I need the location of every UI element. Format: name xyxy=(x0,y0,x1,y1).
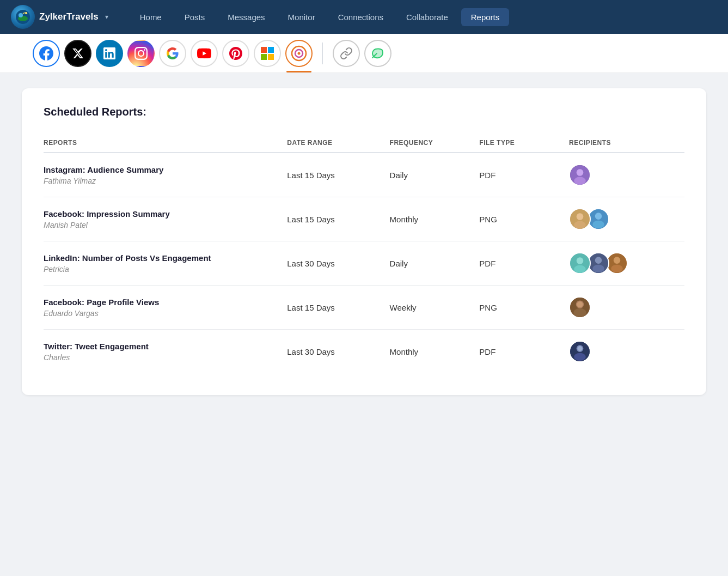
report-cell-2: Facebook: Impression Summary Manish Pate… xyxy=(44,197,287,241)
report-owner-2: Manish Patel xyxy=(44,221,278,229)
svg-point-9 xyxy=(574,177,586,185)
brand-name: ZylkerTravels xyxy=(39,11,99,22)
main-content: Scheduled Reports: REPORTS DATE RANGE FR… xyxy=(0,73,728,410)
social-google[interactable] xyxy=(159,40,186,67)
navbar: ZylkerTravels ▾ Home Posts Messages Moni… xyxy=(0,0,728,34)
social-facebook[interactable] xyxy=(33,40,60,67)
nav-home[interactable]: Home xyxy=(130,8,172,26)
svg-point-27 xyxy=(573,308,586,317)
table-header: REPORTS DATE RANGE FREQUENCY FILE TYPE R… xyxy=(44,134,684,153)
avatar xyxy=(569,208,591,230)
svg-point-14 xyxy=(595,213,602,220)
report-name-3: LinkedIn: Number of Posts Vs Engagement xyxy=(44,253,278,263)
report-owner-1: Fathima Yilmaz xyxy=(44,177,278,185)
svg-point-20 xyxy=(595,257,602,264)
social-divider xyxy=(322,43,323,64)
reports-table: REPORTS DATE RANGE FREQUENCY FILE TYPE R… xyxy=(44,134,684,373)
report-name-2: Facebook: Impression Summary xyxy=(44,209,278,219)
nav-messages[interactable]: Messages xyxy=(218,8,274,26)
social-zohosocial[interactable] xyxy=(285,40,313,67)
frequency-3: Daily xyxy=(390,241,480,286)
avatar xyxy=(569,341,591,362)
avatar xyxy=(569,252,591,274)
svg-point-21 xyxy=(592,265,604,272)
nav-links: Home Posts Messages Monitor Connections … xyxy=(130,8,717,26)
svg-point-23 xyxy=(614,257,621,264)
filetype-3: PDF xyxy=(479,241,569,286)
table-row: Facebook: Page Profile Views Eduardo Var… xyxy=(44,286,684,330)
svg-point-18 xyxy=(574,265,586,273)
col-filetype: FILE TYPE xyxy=(479,134,569,153)
social-youtube[interactable] xyxy=(191,40,218,67)
nav-connections[interactable]: Connections xyxy=(328,8,393,26)
nav-collaborate[interactable]: Collaborate xyxy=(396,8,458,26)
svg-point-8 xyxy=(577,169,584,176)
social-instagram[interactable] xyxy=(127,40,155,67)
svg-point-28 xyxy=(577,301,583,307)
report-owner-4: Eduardo Vargas xyxy=(44,309,278,318)
nav-posts[interactable]: Posts xyxy=(175,8,215,26)
svg-point-2 xyxy=(19,13,23,17)
recipients-1 xyxy=(569,153,684,197)
svg-point-17 xyxy=(577,257,584,264)
report-cell-3: LinkedIn: Number of Posts Vs Engagement … xyxy=(44,241,287,286)
date-range-3: Last 30 Days xyxy=(287,241,389,286)
date-range-5: Last 30 Days xyxy=(287,330,389,374)
social-leaf[interactable] xyxy=(364,40,391,67)
frequency-1: Daily xyxy=(390,153,480,197)
svg-point-15 xyxy=(592,221,604,228)
brand-chevron: ▾ xyxy=(105,13,108,21)
social-link[interactable] xyxy=(333,40,360,67)
page-title: Scheduled Reports: xyxy=(44,106,684,118)
social-pinterest[interactable] xyxy=(222,40,249,67)
date-range-4: Last 15 Days xyxy=(287,286,389,330)
report-cell-5: Twitter: Tweet Engagement Charles xyxy=(44,330,287,374)
svg-point-24 xyxy=(611,265,623,272)
brand[interactable]: ZylkerTravels ▾ xyxy=(11,5,108,29)
nav-reports[interactable]: Reports xyxy=(461,8,510,26)
col-frequency: FREQUENCY xyxy=(390,134,480,153)
report-name-5: Twitter: Tweet Engagement xyxy=(44,342,278,351)
social-twitter-x[interactable] xyxy=(64,40,91,67)
svg-point-32 xyxy=(578,346,583,351)
date-range-1: Last 15 Days xyxy=(287,153,389,197)
avatar xyxy=(569,164,591,186)
report-name-1: Instagram: Audience Summary xyxy=(44,165,278,174)
report-cell-1: Instagram: Audience Summary Fathima Yilm… xyxy=(44,153,287,197)
avatar xyxy=(606,252,628,274)
filetype-4: PNG xyxy=(479,286,569,330)
recipients-3 xyxy=(569,241,684,286)
report-cell-4: Facebook: Page Profile Views Eduardo Var… xyxy=(44,286,287,330)
brand-logo xyxy=(11,5,35,29)
avatar xyxy=(569,296,591,318)
filetype-2: PNG xyxy=(479,197,569,241)
avatar xyxy=(588,252,609,274)
filetype-1: PDF xyxy=(479,153,569,197)
recipients-2 xyxy=(569,197,684,241)
col-reports: REPORTS xyxy=(44,134,287,153)
social-windows[interactable] xyxy=(254,40,281,67)
col-daterange: DATE RANGE xyxy=(287,134,389,153)
report-name-4: Facebook: Page Profile Views xyxy=(44,298,278,307)
recipients-5 xyxy=(569,330,684,374)
social-bar xyxy=(0,34,728,73)
report-owner-3: Petricia xyxy=(44,265,278,274)
avatar xyxy=(588,208,609,230)
svg-point-6 xyxy=(298,52,301,54)
table-row: LinkedIn: Number of Posts Vs Engagement … xyxy=(44,241,684,286)
filetype-5: PDF xyxy=(479,330,569,374)
svg-point-12 xyxy=(574,221,586,229)
svg-point-31 xyxy=(574,353,586,361)
nav-monitor[interactable]: Monitor xyxy=(278,8,325,26)
col-recipients: RECIPIENTS xyxy=(569,134,684,153)
table-row: Twitter: Tweet Engagement Charles Last 3… xyxy=(44,330,684,374)
reports-card: Scheduled Reports: REPORTS DATE RANGE FR… xyxy=(22,88,706,395)
frequency-5: Monthly xyxy=(390,330,480,374)
recipients-4 xyxy=(569,286,684,330)
svg-point-3 xyxy=(25,12,27,14)
table-row: Facebook: Impression Summary Manish Pate… xyxy=(44,197,684,241)
social-linkedin[interactable] xyxy=(96,40,123,67)
table-row: Instagram: Audience Summary Fathima Yilm… xyxy=(44,153,684,197)
table-body: Instagram: Audience Summary Fathima Yilm… xyxy=(44,153,684,373)
frequency-4: Weekly xyxy=(390,286,480,330)
